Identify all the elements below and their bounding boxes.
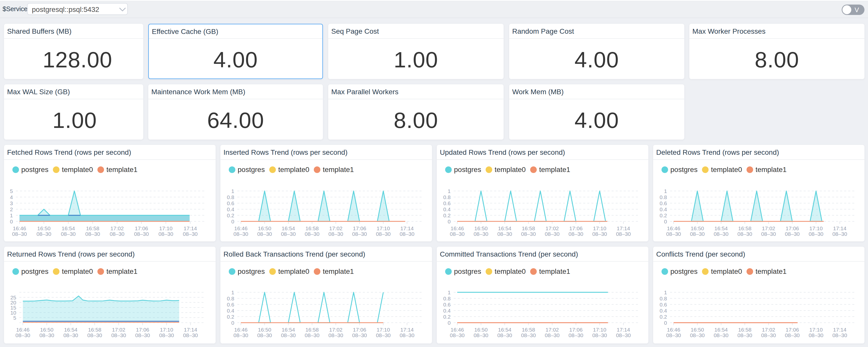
svg-text:0.6: 0.6 [443,302,451,308]
svg-text:16:46: 16:46 [16,327,30,332]
svg-text:0: 0 [664,219,667,224]
svg-text:0.4: 0.4 [660,206,667,212]
svg-text:17:14: 17:14 [184,225,197,231]
svg-text:08–30: 08–30 [473,231,488,237]
svg-text:08–30: 08–30 [809,231,823,237]
svg-text:16:58: 16:58 [738,327,752,332]
svg-text:16:50: 16:50 [691,225,704,231]
svg-text:16:54: 16:54 [498,225,512,231]
svg-text:16:46: 16:46 [234,327,248,332]
svg-text:08–30: 08–30 [737,332,752,338]
svg-text:17:14: 17:14 [400,327,414,332]
svg-text:17:10: 17:10 [160,327,173,332]
svg-text:16:54: 16:54 [62,225,75,231]
svg-text:1: 1 [448,188,451,194]
svg-text:08–30: 08–30 [352,231,367,237]
svg-text:16:50: 16:50 [474,225,488,231]
svg-text:08–30: 08–30 [785,231,800,237]
svg-text:16:58: 16:58 [305,327,319,332]
svg-text:16:54: 16:54 [714,225,728,231]
svg-text:08–30: 08–30 [257,231,272,237]
svg-text:17:14: 17:14 [184,327,197,332]
svg-text:16:58: 16:58 [738,225,752,231]
svg-text:17:02: 17:02 [110,225,124,231]
svg-text:0.2: 0.2 [443,212,451,218]
svg-text:08–30: 08–30 [39,332,54,338]
svg-text:08–30: 08–30 [690,231,705,237]
svg-text:08–30: 08–30 [737,231,752,237]
svg-text:08–30: 08–30 [832,332,847,338]
svg-text:08–30: 08–30 [521,231,536,237]
svg-text:16:58: 16:58 [522,225,535,231]
svg-text:08–30: 08–30 [376,231,391,237]
svg-text:16:46: 16:46 [667,327,680,332]
svg-text:17:02: 17:02 [329,327,343,332]
svg-text:1: 1 [231,290,234,295]
svg-text:0.8: 0.8 [227,194,234,200]
svg-text:16:54: 16:54 [498,327,512,332]
svg-text:08–30: 08–30 [63,332,78,338]
svg-text:08–30: 08–30 [234,231,248,237]
svg-text:17:14: 17:14 [400,225,414,231]
svg-text:0.8: 0.8 [443,296,451,301]
svg-text:0.4: 0.4 [227,308,235,314]
svg-text:08–30: 08–30 [666,332,681,338]
svg-text:0.8: 0.8 [660,296,667,301]
svg-text:08–30: 08–30 [450,231,465,237]
svg-text:17:02: 17:02 [546,225,559,231]
svg-text:08–30: 08–30 [305,332,319,338]
svg-text:15: 15 [10,305,16,311]
svg-text:08–30: 08–30 [666,231,681,237]
svg-text:20: 20 [10,300,16,306]
svg-text:16:46: 16:46 [667,225,680,231]
svg-text:17:10: 17:10 [377,225,390,231]
svg-text:08–30: 08–30 [183,332,198,338]
svg-text:17:02: 17:02 [112,327,126,332]
svg-text:5: 5 [13,315,17,321]
svg-text:17:06: 17:06 [786,327,799,332]
svg-text:17:06: 17:06 [353,327,366,332]
svg-text:08–30: 08–30 [36,231,51,237]
svg-text:0.4: 0.4 [660,308,667,314]
svg-text:08–30: 08–30 [158,231,173,237]
svg-text:08–30: 08–30 [12,231,27,237]
svg-text:16:46: 16:46 [451,225,464,231]
svg-text:08–30: 08–30 [832,231,847,237]
svg-text:17:06: 17:06 [136,327,149,332]
svg-text:17:14: 17:14 [617,225,630,231]
svg-text:2: 2 [10,206,13,212]
svg-text:0.4: 0.4 [443,206,451,212]
svg-text:1: 1 [664,188,667,194]
svg-text:17:10: 17:10 [593,327,606,332]
svg-text:17:14: 17:14 [617,327,630,332]
svg-text:08–30: 08–30 [569,332,583,338]
svg-text:10: 10 [10,310,16,316]
svg-text:08–30: 08–30 [592,332,607,338]
svg-text:08–30: 08–30 [497,231,512,237]
svg-text:08–30: 08–30 [545,231,560,237]
svg-text:08–30: 08–30 [110,231,124,237]
svg-text:17:06: 17:06 [786,225,799,231]
svg-text:08–30: 08–30 [87,332,102,338]
svg-text:08–30: 08–30 [761,231,776,237]
svg-text:08–30: 08–30 [809,332,823,338]
svg-text:08–30: 08–30 [785,332,800,338]
svg-text:16:46: 16:46 [234,225,248,231]
svg-text:08–30: 08–30 [281,332,296,338]
svg-text:08–30: 08–30 [281,231,296,237]
svg-text:08–30: 08–30 [497,332,512,338]
svg-text:0.4: 0.4 [443,308,451,314]
svg-text:08–30: 08–30 [400,231,414,237]
svg-text:08–30: 08–30 [305,231,319,237]
svg-text:08–30: 08–30 [376,332,391,338]
svg-text:17:06: 17:06 [135,225,148,231]
svg-text:16:58: 16:58 [305,225,319,231]
svg-text:0.2: 0.2 [660,314,667,320]
svg-text:08–30: 08–30 [690,332,705,338]
svg-text:0.2: 0.2 [227,212,234,218]
svg-text:17:06: 17:06 [569,225,583,231]
svg-text:0.6: 0.6 [660,302,667,308]
svg-text:16:50: 16:50 [37,225,51,231]
svg-text:0.8: 0.8 [443,194,451,200]
svg-text:17:10: 17:10 [809,225,823,231]
